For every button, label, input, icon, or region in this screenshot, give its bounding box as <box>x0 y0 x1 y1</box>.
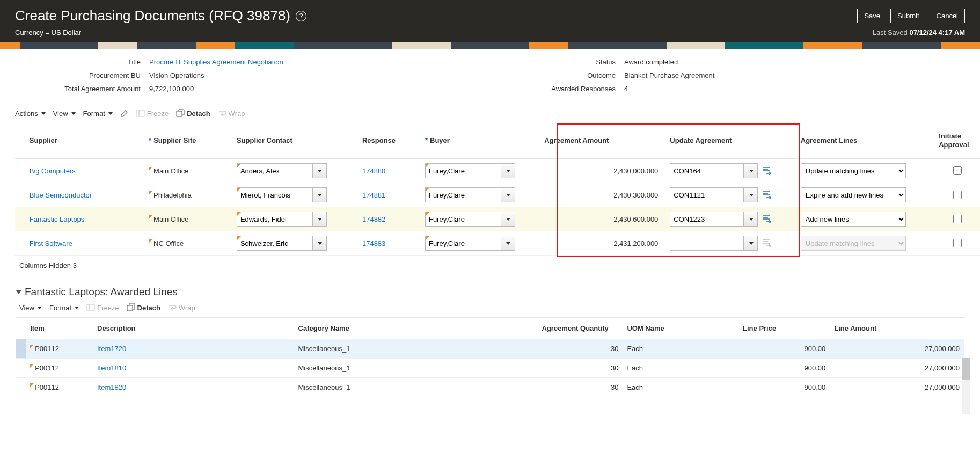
dropdown-button[interactable] <box>312 212 326 226</box>
agreement-action-icon[interactable] <box>761 214 773 224</box>
table-row[interactable]: Fantastic Laptops Main Office 174882 2,4… <box>15 207 980 231</box>
col-amount[interactable]: Agreement Amount <box>540 122 665 159</box>
initiate-approval-checkbox[interactable] <box>953 215 962 223</box>
update-agreement-combo[interactable] <box>670 163 758 178</box>
supplier-contact-input[interactable] <box>237 164 312 178</box>
lines-format-menu[interactable]: Format <box>49 304 79 312</box>
col-site[interactable]: *Supplier Site <box>144 122 232 159</box>
agreement-action-icon[interactable] <box>761 190 773 200</box>
list-item[interactable]: P00112 Item1820 Miscellaneous_1 30 Each … <box>16 378 964 397</box>
list-item[interactable]: P00112 Item1810 Miscellaneous_1 30 Each … <box>16 359 964 378</box>
dropdown-button[interactable] <box>743 188 757 202</box>
agreement-lines-select[interactable]: Add new lines <box>801 212 906 227</box>
edit-button[interactable] <box>120 109 129 118</box>
agreement-action-icon[interactable] <box>761 166 773 176</box>
supplier-contact-combo[interactable] <box>237 212 327 227</box>
update-agreement-input[interactable] <box>670 212 743 226</box>
lcol-uom[interactable]: UOM Name <box>623 318 738 339</box>
lcol-amount[interactable]: Line Amount <box>830 318 964 339</box>
response-link[interactable]: 174883 <box>362 239 385 247</box>
buyer-input[interactable] <box>426 212 501 226</box>
lines-wrap-button[interactable]: Wrap <box>168 303 195 312</box>
buyer-input[interactable] <box>426 236 501 250</box>
table-row[interactable]: Big Computers Main Office 174880 2,430,0… <box>15 159 980 183</box>
dropdown-button[interactable] <box>312 188 326 202</box>
item-desc-link[interactable]: Item1820 <box>97 383 126 391</box>
dropdown-button[interactable] <box>501 212 515 226</box>
supplier-link[interactable]: First Software <box>30 239 72 247</box>
col-agreement-lines[interactable]: Agreement Lines <box>796 122 934 159</box>
detach-button[interactable]: Detach <box>176 109 210 118</box>
lines-scrollbar[interactable] <box>962 358 970 397</box>
lines-freeze-button[interactable]: Freeze <box>86 303 119 312</box>
agreement-lines-select[interactable]: Update matching lines <box>801 163 906 178</box>
agreement-lines-select[interactable]: Expire and add new lines <box>801 187 906 202</box>
response-link[interactable]: 174882 <box>362 215 385 223</box>
dropdown-button[interactable] <box>743 236 757 250</box>
supplier-contact-input[interactable] <box>237 188 312 202</box>
supplier-contact-combo[interactable] <box>237 187 327 202</box>
line-amount: 27,000.000 <box>830 339 964 359</box>
supplier-contact-combo[interactable] <box>237 236 327 251</box>
update-agreement-input[interactable] <box>670 164 743 178</box>
list-item[interactable]: P00112 Item1720 Miscellaneous_1 30 Each … <box>16 339 964 359</box>
col-update-agreement[interactable]: Update Agreement <box>665 122 796 159</box>
dropdown-button[interactable] <box>501 236 515 250</box>
format-menu[interactable]: Format <box>83 110 113 118</box>
lcol-qty[interactable]: Agreement Quantity <box>538 318 623 339</box>
dropdown-button[interactable] <box>501 188 515 202</box>
lcol-price[interactable]: Line Price <box>738 318 830 339</box>
item-desc-link[interactable]: Item1720 <box>97 345 126 353</box>
supplier-link[interactable]: Big Computers <box>30 167 76 175</box>
update-agreement-combo[interactable] <box>670 187 758 202</box>
initiate-approval-checkbox[interactable] <box>953 166 962 175</box>
dropdown-button[interactable] <box>501 164 515 178</box>
dropdown-button[interactable] <box>312 236 326 250</box>
response-link[interactable]: 174881 <box>362 191 385 199</box>
update-agreement-input[interactable] <box>670 236 743 250</box>
col-response[interactable]: Response <box>358 122 421 159</box>
col-buyer[interactable]: *Buyer <box>421 122 540 159</box>
lines-view-menu[interactable]: View <box>19 304 42 312</box>
response-link[interactable]: 174880 <box>362 167 385 175</box>
supplier-contact-input[interactable] <box>237 236 312 250</box>
dropdown-button[interactable] <box>743 164 757 178</box>
lcol-desc[interactable]: Description <box>93 318 294 339</box>
submit-button[interactable]: Submit <box>890 9 926 23</box>
supplier-contact-input[interactable] <box>237 212 312 226</box>
view-menu[interactable]: View <box>53 110 76 118</box>
buyer-input[interactable] <box>426 188 501 202</box>
initiate-approval-checkbox[interactable] <box>953 239 962 247</box>
supplier-contact-combo[interactable] <box>237 163 327 178</box>
supplier-link[interactable]: Fantastic Laptops <box>30 215 85 223</box>
actions-menu[interactable]: Actions <box>15 110 46 118</box>
buyer-combo[interactable] <box>425 187 515 202</box>
wrap-button[interactable]: Wrap <box>218 109 245 118</box>
col-initiate[interactable]: Initiate Approval <box>934 122 980 159</box>
buyer-combo[interactable] <box>425 163 515 178</box>
col-supplier[interactable]: Supplier <box>25 122 144 159</box>
update-agreement-combo[interactable] <box>670 236 758 251</box>
item-desc-link[interactable]: Item1810 <box>97 364 126 372</box>
col-contact[interactable]: Supplier Contact <box>232 122 358 159</box>
supplier-link[interactable]: Blue Semiconductor <box>30 191 92 199</box>
awarded-lines-title[interactable]: Fantastic Laptops: Awarded Lines <box>0 275 980 300</box>
table-row[interactable]: Blue Semiconductor Philadelphia 174881 2… <box>15 183 980 207</box>
update-agreement-combo[interactable] <box>670 212 758 227</box>
lcol-item[interactable]: Item <box>26 318 93 339</box>
freeze-button[interactable]: Freeze <box>136 109 169 118</box>
update-agreement-input[interactable] <box>670 188 743 202</box>
help-icon[interactable]: ? <box>296 11 306 21</box>
buyer-combo[interactable] <box>425 212 515 227</box>
dropdown-button[interactable] <box>312 164 326 178</box>
title-link[interactable]: Procure IT Supplies Agreement Negotiatio… <box>149 58 283 66</box>
save-button[interactable]: Save <box>857 9 887 23</box>
initiate-approval-checkbox[interactable] <box>953 191 962 199</box>
buyer-input[interactable] <box>426 164 501 178</box>
table-row[interactable]: First Software NC Office 174883 2,431,20… <box>15 231 980 256</box>
dropdown-button[interactable] <box>743 212 757 226</box>
lcol-cat[interactable]: Category Name <box>294 318 538 339</box>
buyer-combo[interactable] <box>425 236 515 251</box>
cancel-button[interactable]: Cancel <box>930 9 965 23</box>
lines-detach-button[interactable]: Detach <box>127 303 160 312</box>
